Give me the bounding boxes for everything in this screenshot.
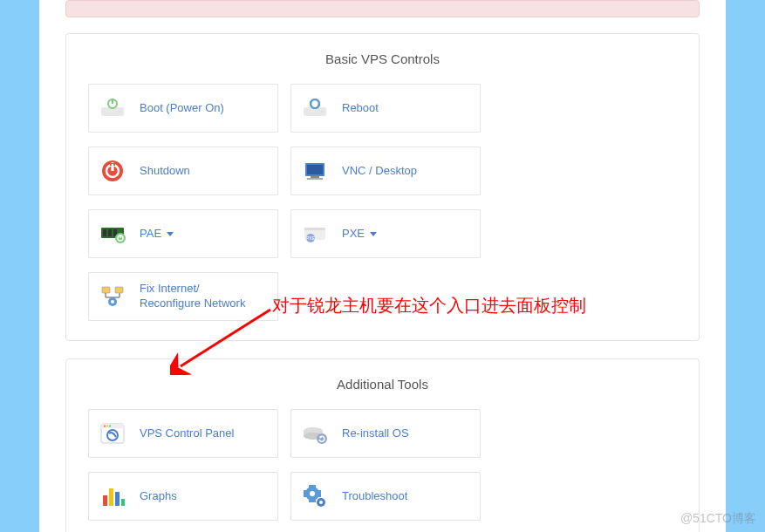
pxe-label: PXE — [342, 227, 377, 242]
graphs-label: Graphs — [140, 489, 177, 504]
pae-icon — [98, 219, 127, 249]
svg-rect-23 — [304, 228, 325, 230]
svg-rect-47 — [121, 499, 125, 506]
graphs-tile[interactable]: Graphs — [88, 472, 278, 521]
watermark: @51CTO博客 — [680, 511, 756, 527]
shutdown-icon — [98, 156, 127, 186]
svg-rect-53 — [318, 490, 321, 497]
additional-tools-panel: Additional Tools VPS Control Panel — [65, 358, 700, 532]
pae-label: PAE — [140, 227, 174, 242]
reinstall-icon — [300, 419, 330, 448]
vnc-label: VNC / Desktop — [342, 164, 417, 179]
svg-point-55 — [319, 501, 323, 504]
control-panel-icon — [98, 419, 127, 448]
vps-control-panel-tile[interactable]: VPS Control Panel — [88, 409, 278, 458]
svg-rect-12 — [307, 165, 323, 174]
boot-icon — [98, 93, 127, 123]
boot-tile[interactable]: Boot (Power On) — [88, 84, 278, 133]
fix-network-label: Fix Internet/ Reconfigure Network — [140, 282, 245, 311]
reinstall-os-tile[interactable]: Re-install OS — [290, 409, 481, 458]
svg-rect-14 — [307, 178, 323, 180]
svg-point-49 — [310, 491, 315, 496]
network-icon — [98, 282, 127, 311]
pxe-tile[interactable]: PXE PXE — [290, 209, 481, 258]
troubleshoot-icon — [300, 481, 330, 511]
basic-panel-title: Basic VPS Controls — [88, 51, 677, 66]
svg-rect-26 — [102, 287, 110, 293]
annotation-text: 对于锐龙主机要在这个入口进去面板控制 — [272, 294, 586, 317]
svg-rect-46 — [115, 492, 120, 506]
svg-point-42 — [317, 433, 327, 444]
svg-point-32 — [111, 300, 114, 304]
additional-panel-title: Additional Tools — [88, 377, 677, 392]
vnc-icon — [300, 156, 330, 186]
chevron-down-icon — [370, 232, 377, 236]
svg-rect-13 — [311, 176, 319, 178]
svg-rect-52 — [304, 490, 306, 497]
fix-network-tile[interactable]: Fix Internet/ Reconfigure Network — [88, 272, 278, 321]
pae-tile[interactable]: PAE — [88, 209, 278, 258]
graphs-icon — [98, 481, 127, 511]
svg-point-36 — [106, 426, 108, 427]
svg-rect-45 — [109, 488, 113, 506]
vnc-tile[interactable]: VNC / Desktop — [290, 147, 481, 195]
vps-control-panel-label: VPS Control Panel — [140, 426, 234, 441]
svg-rect-44 — [103, 495, 107, 506]
reinstall-label: Re-install OS — [342, 426, 409, 441]
chevron-down-icon — [167, 232, 174, 236]
shutdown-tile[interactable]: Shutdown — [88, 147, 278, 195]
svg-rect-51 — [309, 500, 316, 502]
svg-text:PXE: PXE — [306, 235, 316, 241]
svg-rect-27 — [115, 287, 123, 293]
svg-point-37 — [109, 426, 111, 427]
boot-label: Boot (Power On) — [140, 101, 224, 116]
troubleshoot-label: Troubleshoot — [342, 489, 407, 504]
shutdown-label: Shutdown — [140, 164, 190, 179]
svg-rect-16 — [103, 229, 106, 236]
svg-point-35 — [104, 426, 106, 427]
alert-banner — [65, 0, 700, 17]
svg-rect-17 — [108, 229, 112, 236]
reboot-tile[interactable]: Reboot — [290, 84, 481, 133]
reboot-label: Reboot — [342, 101, 379, 116]
svg-rect-50 — [309, 485, 316, 488]
troubleshoot-tile[interactable]: Troubleshoot — [290, 472, 481, 521]
reboot-icon — [300, 93, 330, 123]
pxe-icon: PXE — [300, 219, 330, 249]
